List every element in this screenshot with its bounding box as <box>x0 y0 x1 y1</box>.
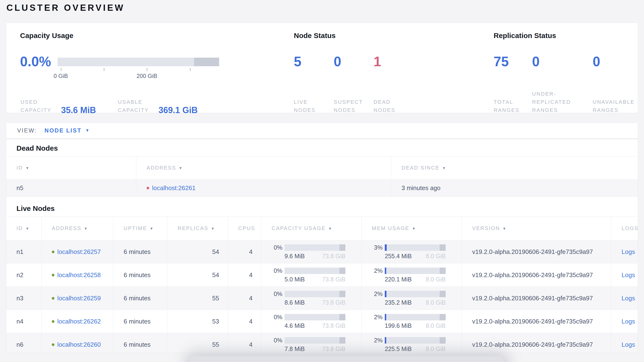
unavailable-ranges-label: UNAVAILABLE RANGES <box>593 98 637 114</box>
sort-icon: ▼ <box>150 226 154 231</box>
capacity-bar-endcap <box>340 314 346 320</box>
capacity-used-value: 4.6 MiB <box>284 322 305 329</box>
usable-capacity-label: USABLE CAPACITY <box>118 98 154 114</box>
dead-nodes-label: DEAD NODES <box>374 98 400 114</box>
capacity-total-value: 73.8 GiB <box>322 322 346 329</box>
capacity-used-value: 5.0 MiB <box>284 276 305 283</box>
live-status-icon <box>52 297 54 300</box>
node-address-link[interactable]: localhost:26262 <box>57 318 101 325</box>
table-row: n2 localhost:26258 6 minutes 54 4 0% <box>6 264 638 287</box>
node-address-link[interactable]: localhost:26260 <box>57 341 101 348</box>
node-address-link[interactable]: localhost:26261 <box>152 184 196 192</box>
dead-col-dead-since[interactable]: DEAD SINCE ▼ <box>391 156 638 179</box>
capacity-bar-endcap <box>340 268 346 274</box>
sort-icon: ▼ <box>211 226 215 231</box>
view-mode-selected: NODE LIST <box>45 127 82 134</box>
capacity-total-value: 73.8 GiB <box>322 276 346 283</box>
replication-status-title: Replication Status <box>494 32 556 40</box>
live-nodes-count: 5 <box>294 55 334 68</box>
live-status-icon <box>52 274 54 276</box>
total-ranges-count: 75 <box>494 55 532 68</box>
node-address-link[interactable]: localhost:26259 <box>57 295 101 302</box>
view-mode-dropdown[interactable]: NODE LIST ▼ <box>45 127 90 134</box>
capacity-bar <box>284 244 346 251</box>
cpus-cell: 4 <box>228 287 261 310</box>
live-col-logs[interactable]: LOGS <box>611 217 638 240</box>
live-col-replicas[interactable]: REPLICAS▼ <box>167 217 228 240</box>
capacity-bar-endcap <box>340 337 346 343</box>
mem-bar <box>385 337 446 343</box>
capacity-gauge: 0 GiB 200 GiB <box>58 58 219 80</box>
version-cell: v19.2.0-alpha.20190606-2491-gfe735c9a97 <box>462 310 611 333</box>
logs-cell: Logs <box>611 264 638 286</box>
dead-nodes-table: n5 localhost:26261 3 minutes ago <box>6 179 638 197</box>
axis-label-0gib: 0 GiB <box>54 73 68 79</box>
capacity-axis-ticks <box>58 68 219 72</box>
capacity-used-value: 9.6 MiB <box>284 253 305 260</box>
node-address-cell: localhost:26259 <box>42 287 114 310</box>
uptime-cell: 6 minutes <box>114 333 167 353</box>
live-col-mem-usage[interactable]: MEM USAGE▼ <box>362 217 462 240</box>
mem-usage-cell: 2% 220.1 MiB 8.0 GiB <box>362 264 462 286</box>
replicas-cell: 53 <box>167 310 228 333</box>
capacity-bar-endcap <box>340 291 346 297</box>
view-bar: VIEW: NODE LIST ▼ <box>6 123 638 138</box>
sort-icon: ▼ <box>26 226 30 231</box>
capacity-axis-labels: 0 GiB 200 GiB <box>58 73 219 80</box>
live-col-version[interactable]: VERSION▼ <box>462 217 611 240</box>
mem-used-value: 235.2 MiB <box>385 299 412 306</box>
node-address-link[interactable]: localhost:26258 <box>57 271 101 279</box>
dock-bar <box>190 356 504 362</box>
replicas-cell: 54 <box>167 264 228 286</box>
live-col-capacity-usage[interactable]: CAPACITY USAGE▼ <box>261 217 362 240</box>
node-address-cell: localhost:26258 <box>42 264 114 286</box>
capacity-used-value: 8.6 MiB <box>284 299 305 306</box>
node-address-cell: localhost:26260 <box>42 333 114 353</box>
version-cell: v19.2.0-alpha.20190606-2491-gfe735c9a97 <box>462 240 611 263</box>
node-address-cell: localhost:26257 <box>42 240 114 263</box>
capacity-percent-label: 0% <box>268 267 282 274</box>
node-id-cell: n3 <box>6 287 42 310</box>
table-row: n1 localhost:26257 6 minutes 54 4 0% <box>6 240 638 264</box>
live-col-uptime[interactable]: UPTIME▼ <box>114 217 167 240</box>
dead-nodes-count: 1 <box>374 55 414 68</box>
logs-link[interactable]: Logs <box>622 271 635 279</box>
capacity-total-value: 73.8 GiB <box>322 253 346 260</box>
mem-bar <box>385 291 446 297</box>
mem-usage-cell: 2% 235.2 MiB 8.0 GiB <box>362 287 462 310</box>
dead-col-id[interactable]: ID ▼ <box>6 156 136 179</box>
live-nodes-header: ID▼ ADDRESS▼ UPTIME▼ REPLICAS▼ CPUS CAPA… <box>6 216 638 240</box>
table-row: n3 localhost:26259 6 minutes 55 4 0% <box>6 287 638 310</box>
capacity-usage-cell: 0% 5.0 MiB 73.8 GiB <box>261 264 362 286</box>
mem-bar-endcap <box>440 291 446 297</box>
mem-bar <box>385 244 446 251</box>
dead-col-address[interactable]: ADDRESS ▼ <box>136 156 391 179</box>
live-col-id[interactable]: ID▼ <box>6 217 42 240</box>
logs-link[interactable]: Logs <box>622 341 635 348</box>
mem-bar <box>385 268 446 274</box>
uptime-cell: 6 minutes <box>114 287 167 310</box>
capacity-stats: USED CAPACITY 35.6 MiB USABLE CAPACITY 3… <box>20 85 198 114</box>
node-id-cell: n2 <box>6 264 42 286</box>
sort-icon: ▼ <box>503 226 507 231</box>
capacity-gauge-endcap <box>194 58 219 66</box>
version-cell: v19.2.0-alpha.20190606-2491-gfe735c9a97 <box>462 287 611 310</box>
sort-icon: ▼ <box>328 226 332 231</box>
logs-link[interactable]: Logs <box>622 295 635 302</box>
mem-usage-cell: 3% 255.4 MiB 8.0 GiB <box>362 240 462 263</box>
logs-link[interactable]: Logs <box>622 318 635 325</box>
under-replicated-count: 0 <box>532 55 593 68</box>
live-col-address[interactable]: ADDRESS▼ <box>42 217 114 240</box>
sort-icon: ▼ <box>412 226 416 231</box>
live-col-cpus[interactable]: CPUS <box>228 217 261 240</box>
table-row: n5 localhost:26261 3 minutes ago <box>6 179 638 197</box>
sort-icon: ▼ <box>26 166 30 170</box>
used-capacity-label: USED CAPACITY <box>20 98 57 114</box>
page-title: CLUSTER OVERVIEW <box>6 3 125 13</box>
cluster-summary-card: Capacity Usage 0.0% 0 GiB 200 GiB USED C… <box>6 23 638 113</box>
logs-link[interactable]: Logs <box>622 248 635 256</box>
mem-used-value: 225.5 MiB <box>385 345 412 352</box>
node-address-link[interactable]: localhost:26257 <box>57 248 101 256</box>
node-status-panel: Node Status 5 0 1 LIVE NODES SUSPECT NOD… <box>294 23 485 113</box>
capacity-bar-endcap <box>340 244 346 251</box>
